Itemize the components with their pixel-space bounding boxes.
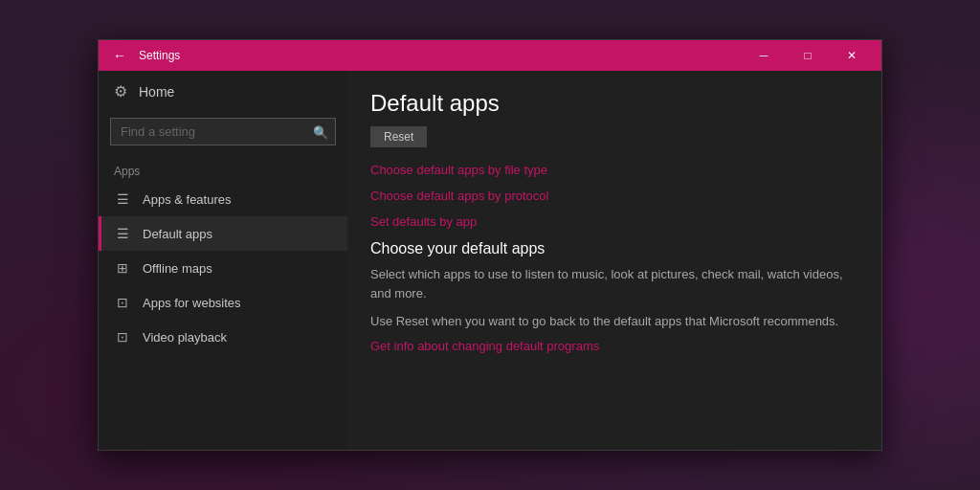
apps-websites-label: Apps for websites: [143, 296, 241, 310]
close-button[interactable]: ✕: [830, 40, 874, 71]
offline-maps-label: Offline maps: [143, 261, 212, 276]
minimize-button[interactable]: ─: [742, 40, 786, 71]
apps-features-label: Apps & features: [143, 192, 232, 207]
home-label: Home: [139, 84, 174, 100]
sidebar-item-default-apps[interactable]: ☰ Default apps: [99, 216, 347, 251]
apps-features-icon: ☰: [114, 191, 131, 207]
link-protocol[interactable]: Choose default apps by protocol: [370, 189, 858, 203]
apps-section-label: Apps: [99, 157, 347, 182]
sidebar-item-offline-maps[interactable]: ⊞ Offline maps: [99, 251, 347, 285]
search-box: 🔍: [110, 118, 336, 145]
offline-maps-icon: ⊞: [114, 260, 131, 276]
sidebar-item-apps-websites[interactable]: ⊡ Apps for websites: [99, 285, 347, 320]
content-area: ⚙ Home 🔍 Apps ☰ Apps & features ☰ Defaul…: [99, 71, 881, 450]
search-input[interactable]: [110, 118, 336, 145]
maximize-button[interactable]: □: [786, 40, 830, 71]
default-apps-icon: ☰: [114, 226, 131, 241]
main-panel: Default apps Reset Choose default apps b…: [347, 71, 881, 450]
home-icon: ⚙: [114, 82, 127, 100]
video-playback-icon: ⊡: [114, 329, 131, 345]
sidebar-item-home[interactable]: ⚙ Home: [99, 71, 347, 112]
link-defaults-by-app[interactable]: Set defaults by app: [370, 214, 858, 229]
sidebar-item-video-playback[interactable]: ⊡ Video playback: [99, 320, 347, 354]
description-text: Select which apps to use to listen to mu…: [370, 265, 858, 302]
title-bar: ← Settings ─ □ ✕: [99, 40, 881, 71]
sidebar: ⚙ Home 🔍 Apps ☰ Apps & features ☰ Defaul…: [99, 71, 347, 450]
settings-window: ← Settings ─ □ ✕ ⚙ Home 🔍: [98, 39, 882, 451]
reset-button[interactable]: Reset: [370, 126, 427, 147]
reset-description-text: Use Reset when you want to go back to th…: [370, 312, 858, 331]
window-title: Settings: [139, 49, 742, 62]
back-button[interactable]: ←: [106, 42, 133, 69]
info-link[interactable]: Get info about changing default programs: [370, 339, 858, 353]
video-playback-label: Video playback: [143, 330, 227, 345]
maximize-icon: □: [804, 49, 811, 62]
sidebar-item-apps-features[interactable]: ☰ Apps & features: [99, 182, 347, 216]
default-apps-label: Default apps: [143, 227, 212, 241]
minimize-icon: ─: [760, 49, 768, 62]
apps-websites-icon: ⊡: [114, 295, 131, 310]
search-icon: 🔍: [313, 124, 328, 139]
back-icon: ←: [113, 48, 126, 63]
page-title: Default apps: [370, 90, 858, 117]
window-controls: ─ □ ✕: [742, 40, 874, 71]
link-file-type[interactable]: Choose default apps by file type: [370, 163, 858, 177]
close-icon: ✕: [847, 49, 857, 62]
choose-defaults-title: Choose your default apps: [370, 240, 858, 257]
